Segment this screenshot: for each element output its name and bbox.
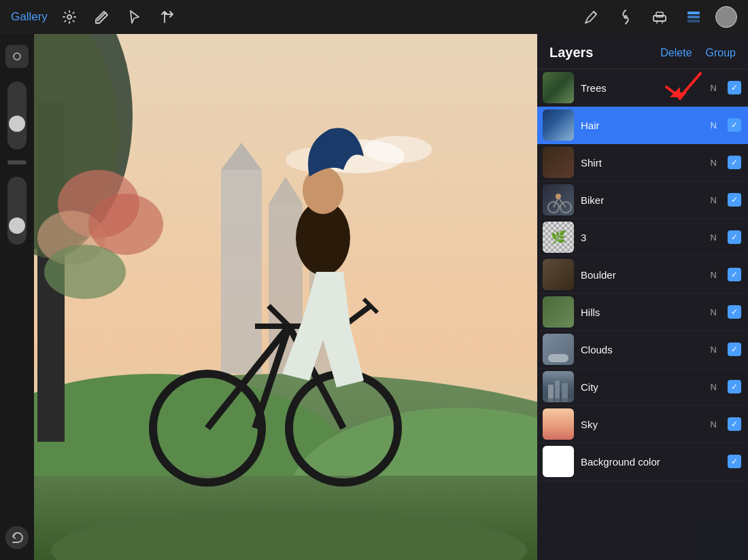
left-toolbar bbox=[0, 34, 34, 560]
layer-visibility-shirt[interactable]: ✓ bbox=[728, 156, 741, 169]
svg-rect-2 bbox=[653, 16, 666, 21]
layer-name-sky: Sky bbox=[581, 419, 704, 430]
pen-tool[interactable] bbox=[613, 5, 638, 29]
size-indicator bbox=[7, 160, 27, 164]
layer-row-city[interactable]: City N ✓ bbox=[537, 368, 748, 406]
layer-visibility-bgcolor[interactable]: ✓ bbox=[728, 455, 741, 468]
layer-row-clouds[interactable]: Clouds N ✓ bbox=[537, 331, 748, 368]
layer-blend-boulder: N bbox=[711, 270, 717, 280]
layer-thumb-biker bbox=[543, 184, 574, 215]
layer-row-sky[interactable]: Sky N ✓ bbox=[537, 406, 748, 443]
layer-thumb-clouds bbox=[543, 334, 574, 365]
layer-thumb-shirt bbox=[543, 147, 574, 178]
transform-icon[interactable] bbox=[156, 6, 178, 28]
layer-blend-biker: N bbox=[711, 195, 717, 205]
layer-name-clouds: Clouds bbox=[581, 344, 704, 355]
layer-thumb-city bbox=[543, 371, 574, 402]
layer-row-biker[interactable]: Biker N ✓ bbox=[537, 181, 748, 219]
layer-name-hills: Hills bbox=[581, 307, 704, 318]
layers-title: Layers bbox=[549, 45, 594, 60]
layer-visibility-trees[interactable]: ✓ bbox=[728, 81, 741, 94]
layers-actions: Delete Group bbox=[660, 47, 736, 59]
layer-thumb-bgcolor bbox=[543, 446, 574, 477]
layer-name-boulder: Boulder bbox=[581, 269, 704, 281]
layer-visibility-hair[interactable]: ✓ bbox=[728, 118, 741, 132]
top-toolbar: Gallery bbox=[0, 0, 748, 34]
undo-button[interactable] bbox=[5, 526, 29, 549]
svg-rect-5 bbox=[687, 16, 700, 18]
layer-blend-3: N bbox=[711, 232, 717, 243]
svg-rect-3 bbox=[656, 12, 663, 17]
layer-row-3[interactable]: 🌿 3 N ✓ bbox=[537, 219, 748, 256]
layer-blend-trees: N bbox=[711, 83, 717, 93]
layer-row-trees[interactable]: Trees N ✓ bbox=[537, 69, 748, 107]
layer-visibility-city[interactable]: ✓ bbox=[728, 380, 741, 393]
layer-visibility-hills[interactable]: ✓ bbox=[728, 305, 741, 319]
opacity-thumb[interactable] bbox=[9, 116, 25, 132]
layers-panel: Layers Delete Group Trees N ✓ Hair N ✓ bbox=[537, 34, 748, 560]
layer-blend-hills: N bbox=[711, 307, 717, 317]
pencil-tool[interactable] bbox=[579, 5, 604, 29]
modify-icon[interactable] bbox=[91, 6, 113, 28]
layers-header: Layers Delete Group bbox=[537, 34, 748, 69]
svg-point-26 bbox=[88, 194, 163, 255]
layer-row-hills[interactable]: Hills N ✓ bbox=[537, 294, 748, 331]
svg-rect-4 bbox=[687, 12, 700, 14]
svg-point-27 bbox=[44, 245, 126, 299]
toolbar-right bbox=[579, 5, 737, 29]
layer-name-shirt: Shirt bbox=[581, 157, 704, 169]
svg-point-15 bbox=[364, 136, 432, 163]
layer-row-hair[interactable]: Hair N ✓ bbox=[537, 107, 748, 144]
group-button[interactable]: Group bbox=[706, 47, 736, 59]
layer-visibility-biker[interactable]: ✓ bbox=[728, 193, 741, 207]
user-avatar[interactable] bbox=[715, 6, 737, 28]
toolbar-left: Gallery bbox=[11, 6, 178, 28]
layer-name-trees: Trees bbox=[581, 82, 704, 94]
layer-visibility-boulder[interactable]: ✓ bbox=[728, 268, 741, 281]
gallery-button[interactable]: Gallery bbox=[11, 10, 48, 24]
svg-point-43 bbox=[556, 194, 561, 199]
svg-point-39 bbox=[303, 167, 343, 214]
layer-thumb-hills bbox=[543, 296, 574, 328]
layer-name-biker: Biker bbox=[581, 194, 704, 206]
layer-name-3: 3 bbox=[581, 232, 704, 243]
eraser-tool[interactable] bbox=[647, 5, 672, 29]
layer-blend-city: N bbox=[711, 382, 717, 392]
layer-blend-sky: N bbox=[711, 419, 717, 430]
svg-point-7 bbox=[14, 53, 20, 60]
layer-row-boulder[interactable]: Boulder N ✓ bbox=[537, 256, 748, 294]
layer-visibility-clouds[interactable]: ✓ bbox=[728, 343, 741, 356]
artwork bbox=[34, 34, 537, 560]
delete-button[interactable]: Delete bbox=[660, 47, 692, 59]
layer-name-bgcolor: Background color bbox=[581, 456, 721, 468]
brush-size-tool[interactable] bbox=[5, 45, 29, 68]
layer-blend-hair: N bbox=[711, 120, 717, 130]
opacity-slider[interactable] bbox=[7, 82, 27, 150]
canvas-area[interactable] bbox=[34, 34, 537, 560]
layer-name-hair: Hair bbox=[581, 120, 704, 131]
layer-thumb-hair bbox=[543, 109, 574, 141]
layer-thumb-boulder bbox=[543, 259, 574, 290]
layers-list: Trees N ✓ Hair N ✓ Shirt N ✓ bbox=[537, 69, 748, 560]
size-thumb[interactable] bbox=[9, 217, 25, 234]
layer-visibility-sky[interactable]: ✓ bbox=[728, 417, 741, 431]
size-slider[interactable] bbox=[7, 177, 27, 245]
layer-blend-clouds: N bbox=[711, 345, 717, 355]
svg-point-0 bbox=[67, 15, 71, 19]
layer-thumb-trees bbox=[543, 72, 574, 103]
layer-blend-shirt: N bbox=[711, 158, 717, 168]
layer-row-shirt[interactable]: Shirt N ✓ bbox=[537, 144, 748, 181]
select-icon[interactable] bbox=[124, 6, 146, 28]
layer-name-city: City bbox=[581, 381, 704, 393]
svg-rect-47 bbox=[543, 398, 574, 402]
layer-thumb-sky bbox=[543, 408, 574, 440]
svg-rect-6 bbox=[687, 20, 700, 22]
settings-icon[interactable] bbox=[58, 6, 80, 28]
layer-row-bgcolor[interactable]: Background color ✓ bbox=[537, 443, 748, 480]
svg-rect-9 bbox=[221, 170, 262, 374]
layers-tool[interactable] bbox=[681, 5, 706, 29]
layer-thumb-3: 🌿 bbox=[543, 222, 574, 253]
layer-visibility-3[interactable]: ✓ bbox=[728, 230, 741, 244]
